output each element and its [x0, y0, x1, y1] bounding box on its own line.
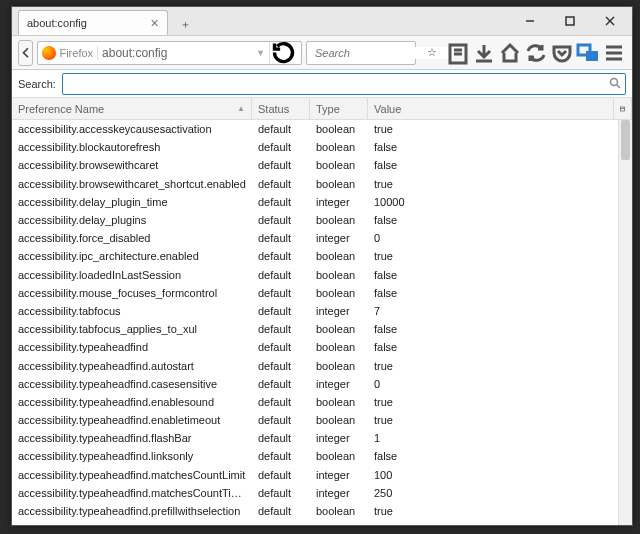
pref-name: accessibility.typeaheadfind.soundURL	[12, 523, 252, 525]
bookmark-star-icon[interactable]: ☆	[420, 41, 444, 65]
pref-name: accessibility.delay_plugins	[12, 214, 252, 226]
pref-status: default	[252, 450, 310, 462]
scrollbar-thumb[interactable]	[621, 120, 630, 160]
preference-row[interactable]: accessibility.typeaheadfind.soundURLdefa…	[12, 520, 632, 525]
home-icon[interactable]	[498, 41, 522, 65]
translate-icon[interactable]	[576, 41, 600, 65]
preference-rows: accessibility.accesskeycausesactivationd…	[12, 120, 632, 525]
pref-type: boolean	[310, 287, 368, 299]
preference-row[interactable]: accessibility.tabfocusdefaultinteger7	[12, 302, 632, 320]
pref-type: boolean	[310, 178, 368, 190]
pref-status: default	[252, 323, 310, 335]
header-value[interactable]: Value	[368, 98, 614, 119]
preference-row[interactable]: accessibility.browsewithcaretdefaultbool…	[12, 156, 632, 174]
tab-strip: about:config ✕ ＋	[18, 10, 198, 35]
downloads-icon[interactable]	[472, 41, 496, 65]
preference-row[interactable]: accessibility.force_disableddefaultinteg…	[12, 229, 632, 247]
pref-value: false	[368, 159, 632, 171]
pref-value: false	[368, 323, 632, 335]
pref-type: boolean	[310, 341, 368, 353]
reload-button[interactable]	[269, 42, 297, 64]
site-identity[interactable]: Firefox	[42, 46, 98, 60]
pref-value: 0	[368, 378, 632, 390]
pref-type: boolean	[310, 360, 368, 372]
pref-value: true	[368, 123, 632, 135]
pref-type: integer	[310, 305, 368, 317]
config-search-label: Search:	[18, 78, 56, 90]
preference-row[interactable]: accessibility.delay_plugin_timedefaultin…	[12, 193, 632, 211]
preference-row[interactable]: accessibility.mouse_focuses_formcontrold…	[12, 284, 632, 302]
pref-name: accessibility.typeaheadfind.prefillwiths…	[12, 505, 252, 517]
pref-status: default	[252, 178, 310, 190]
preference-row[interactable]: accessibility.delay_pluginsdefaultboolea…	[12, 211, 632, 229]
url-bar[interactable]: Firefox ▼	[37, 41, 302, 65]
preference-row[interactable]: accessibility.typeaheadfind.enablesoundd…	[12, 393, 632, 411]
preference-row[interactable]: accessibility.typeaheadfind.enabletimeou…	[12, 411, 632, 429]
pref-name: accessibility.typeaheadfind.enablesound	[12, 396, 252, 408]
pref-name: accessibility.tabfocus_applies_to_xul	[12, 323, 252, 335]
config-search-input[interactable]	[67, 78, 609, 90]
pref-status: default	[252, 123, 310, 135]
pref-value: false	[368, 269, 632, 281]
preference-row[interactable]: accessibility.typeaheadfind.casesensitiv…	[12, 375, 632, 393]
pref-status: default	[252, 141, 310, 153]
pref-value: beep	[368, 523, 632, 525]
vertical-scrollbar[interactable]	[618, 120, 632, 525]
preference-row[interactable]: accessibility.ipc_architecture.enabledde…	[12, 247, 632, 265]
preference-row[interactable]: accessibility.typeaheadfind.autostartdef…	[12, 356, 632, 374]
pref-name: accessibility.ipc_architecture.enabled	[12, 250, 252, 262]
browser-tab[interactable]: about:config ✕	[18, 10, 168, 35]
header-preference-name[interactable]: Preference Name▲	[12, 98, 252, 119]
header-type[interactable]: Type	[310, 98, 368, 119]
close-tab-icon[interactable]: ✕	[150, 17, 159, 30]
pref-name: accessibility.typeaheadfind.matchesCount…	[12, 469, 252, 481]
pref-status: default	[252, 269, 310, 281]
pref-value: true	[368, 360, 632, 372]
pref-name: accessibility.delay_plugin_time	[12, 196, 252, 208]
preference-row[interactable]: accessibility.blockautorefreshdefaultboo…	[12, 138, 632, 156]
preference-row[interactable]: accessibility.typeaheadfind.matchesCount…	[12, 466, 632, 484]
search-box[interactable]	[306, 41, 416, 65]
preference-row[interactable]: accessibility.typeaheadfind.linksonlydef…	[12, 447, 632, 465]
pref-type: boolean	[310, 323, 368, 335]
window-minimize-button[interactable]	[510, 8, 550, 34]
preference-row[interactable]: accessibility.loadedInLastSessiondefault…	[12, 266, 632, 284]
pocket-icon[interactable]	[550, 41, 574, 65]
preference-row[interactable]: accessibility.typeaheadfinddefaultboolea…	[12, 338, 632, 356]
preference-row[interactable]: accessibility.typeaheadfind.prefillwiths…	[12, 502, 632, 520]
pref-name: accessibility.blockautorefresh	[12, 141, 252, 153]
pref-status: default	[252, 523, 310, 525]
window-maximize-button[interactable]	[550, 8, 590, 34]
pref-name: accessibility.typeaheadfind.flashBar	[12, 432, 252, 444]
pref-name: accessibility.typeaheadfind	[12, 341, 252, 353]
pref-name: accessibility.typeaheadfind.enabletimeou…	[12, 414, 252, 426]
identity-label: Firefox	[59, 47, 93, 59]
pref-type: boolean	[310, 159, 368, 171]
pref-status: default	[252, 305, 310, 317]
window-close-button[interactable]	[590, 8, 630, 34]
pref-value: 100	[368, 469, 632, 481]
firefox-icon	[42, 46, 56, 60]
pref-status: default	[252, 378, 310, 390]
preference-row[interactable]: accessibility.accesskeycausesactivationd…	[12, 120, 632, 138]
url-input[interactable]	[102, 46, 252, 60]
column-picker-icon[interactable]	[614, 98, 632, 119]
back-button[interactable]	[18, 40, 33, 66]
url-dropdown-icon[interactable]: ▼	[256, 48, 265, 58]
pref-type: boolean	[310, 450, 368, 462]
preference-row[interactable]: accessibility.browsewithcaret_shortcut.e…	[12, 175, 632, 193]
svg-rect-10	[586, 51, 598, 61]
window-titlebar: about:config ✕ ＋	[12, 7, 632, 35]
menu-icon[interactable]	[602, 41, 626, 65]
reading-list-icon[interactable]	[446, 41, 470, 65]
header-status[interactable]: Status	[252, 98, 310, 119]
sync-icon[interactable]	[524, 41, 548, 65]
preference-row[interactable]: accessibility.typeaheadfind.flashBardefa…	[12, 429, 632, 447]
browser-window: about:config ✕ ＋ Firefox ▼ ☆	[11, 6, 633, 526]
new-tab-button[interactable]: ＋	[172, 13, 198, 35]
pref-value: true	[368, 414, 632, 426]
pref-status: default	[252, 250, 310, 262]
config-search-field[interactable]	[62, 73, 626, 95]
preference-row[interactable]: accessibility.typeaheadfind.matchesCount…	[12, 484, 632, 502]
preference-row[interactable]: accessibility.tabfocus_applies_to_xuldef…	[12, 320, 632, 338]
